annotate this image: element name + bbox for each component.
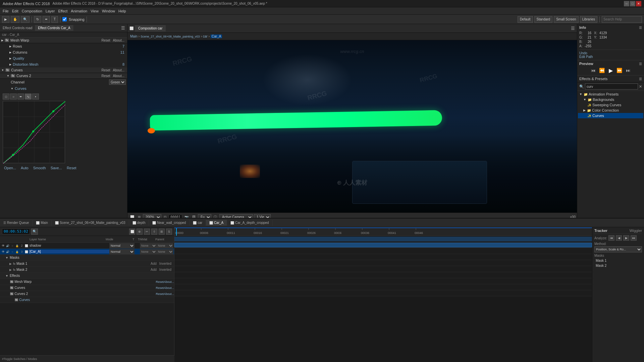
search-layer-btn[interactable]: 🔍	[31, 229, 38, 235]
menu-view[interactable]: View	[89, 8, 100, 14]
trkmat-shadow[interactable]: None	[140, 243, 157, 248]
wiggler-title[interactable]: Wiggler	[630, 229, 642, 233]
analyze-fwd-btn[interactable]: ⏭	[631, 235, 637, 241]
menu-file[interactable]: File	[1, 8, 10, 14]
trkmat-cara[interactable]: None	[140, 249, 157, 254]
vis-eye-shadow[interactable]: 👁	[2, 244, 5, 247]
mode-select-shadow[interactable]: Normal	[109, 243, 135, 248]
layer-name-cara[interactable]: [Car_A]	[29, 250, 109, 253]
tab-depth[interactable]: ⬜ depth	[129, 220, 149, 226]
layer-name-shadow[interactable]: shadow	[29, 244, 109, 247]
tl-tool-4[interactable]: ◊	[151, 229, 157, 235]
menu-animation[interactable]: Animation	[69, 8, 89, 14]
prev-frame-button[interactable]: ⏪	[599, 67, 605, 74]
tab-main[interactable]: ⬜ Main	[33, 220, 51, 226]
method-select[interactable]: Position, Scale & Ro...	[594, 246, 642, 252]
tl-tool-5[interactable]: ⊞	[159, 229, 165, 235]
breadcrumb-main[interactable]: Main	[130, 35, 138, 38]
composition-viewer[interactable]: RRCG RRCG RRCG RRCG ⊕ 人人素材 www.rrcg.cn	[127, 40, 577, 213]
tl-tool-3[interactable]: ✂	[144, 229, 150, 235]
parent-cara[interactable]: None	[157, 249, 173, 254]
tl-tool-1[interactable]: ⬜	[129, 229, 135, 235]
clear-search-button[interactable]: ✕	[639, 84, 642, 89]
effects-curves-row[interactable]: fx Curves Reset About...	[0, 285, 174, 291]
solo-shadow[interactable]: ○	[12, 244, 13, 247]
comp-panel-menu[interactable]: ☰	[571, 26, 575, 31]
tool-text[interactable]: T	[51, 16, 58, 23]
curves-reset-btn[interactable]: Reset	[65, 165, 78, 171]
graph-tool-circle[interactable]: ○	[10, 94, 17, 100]
menu-layer[interactable]: Layer	[44, 8, 56, 14]
timeline-ruler[interactable]: 00000 00006 00011 00016 00021 00026 0003…	[174, 227, 592, 236]
sweeping-curves-item[interactable]: ✨ Sweeping Curves	[578, 102, 643, 108]
tab-scene27[interactable]: ⬜ Scene_27_shot_06+08_Matte_painting_v03	[52, 220, 129, 226]
mask-1-row[interactable]: ▶ fx Mask 1 Add Inverted	[0, 261, 174, 267]
toggle-switches-text[interactable]: Toggle Switches / Modes	[4, 357, 37, 361]
next-frame-button[interactable]: ⏩	[616, 67, 623, 74]
audio-cara[interactable]: 🔊	[6, 250, 9, 253]
layer-row-car-a[interactable]: 👁 🔊 ○ 🔒 3 ⬜ [Car_A] Normal None Non	[0, 249, 174, 255]
channel-select[interactable]: Green Red Blue Alpha RGB	[109, 79, 126, 85]
skip-back-button[interactable]: ⏮	[590, 67, 597, 74]
tab-effect-controls-car[interactable]: Effect Controls Car_A	[35, 25, 73, 31]
tl-solo-btn[interactable]: S	[166, 229, 172, 235]
tool-select[interactable]: ▶	[2, 16, 9, 23]
tab-car-a[interactable]: ⬜ Car_A	[206, 220, 227, 226]
analyze-back-btn[interactable]: ⏮	[608, 235, 614, 241]
lock-cara[interactable]: 🔒	[15, 250, 19, 253]
edit-path-label[interactable]: Edit Path	[579, 55, 642, 59]
curves-smooth-btn[interactable]: Smooth	[32, 165, 47, 171]
tool-zoom[interactable]: 🔍	[21, 16, 30, 23]
search-help-input[interactable]	[602, 16, 642, 23]
skip-fwd-button[interactable]: ⏭	[625, 67, 632, 74]
tracker-mask2[interactable]: Mask 2	[594, 263, 642, 268]
play-button[interactable]: ▶	[607, 67, 614, 74]
effects-presets-menu[interactable]: ☰	[639, 77, 642, 81]
curves-sub-tri[interactable]: ▼	[11, 87, 13, 90]
snapping-checkbox[interactable]	[62, 17, 67, 21]
curves2-about[interactable]: About...	[112, 74, 126, 78]
tool-rotate[interactable]: ↻	[34, 16, 41, 23]
audio-shadow[interactable]: 🔊	[6, 244, 9, 247]
tracker-mask1[interactable]: Mask 1	[594, 258, 642, 263]
parent-shadow[interactable]: None	[157, 243, 173, 248]
mesh-reset-tl[interactable]: Reset	[156, 280, 164, 284]
solo-cara[interactable]: ○	[12, 250, 13, 253]
info-panel-menu[interactable]: ☰	[639, 26, 642, 29]
preview-panel-menu[interactable]: ☰	[639, 62, 642, 66]
curves-save-btn[interactable]: Save...	[49, 165, 63, 171]
breadcrumb-car-a[interactable]: Car_A	[211, 35, 222, 38]
mesh-about-tl[interactable]: About...	[164, 280, 174, 284]
mask-2-row[interactable]: ▶ fx Mask 2 Add Inverted	[0, 267, 174, 273]
tab-effect-controls-road[interactable]: Effect Controls road	[0, 25, 35, 31]
workspace-small-screen[interactable]: Small Screen	[554, 16, 578, 23]
undo-label[interactable]: Undo	[579, 51, 642, 55]
tool-move[interactable]: ✋	[11, 16, 19, 23]
graph-tool-curve[interactable]: ∿	[25, 94, 32, 100]
curves-about-tl[interactable]: About...	[164, 286, 174, 290]
rows-tri[interactable]: ▶	[9, 45, 11, 48]
graph-tool-pen[interactable]: ✒	[17, 94, 24, 100]
color-correction-folder[interactable]: ▶ 📁 Color Correction	[578, 108, 643, 113]
vis-eye-cara[interactable]: 👁	[2, 250, 5, 253]
backgrounds-folder[interactable]: ▼ 📁 Backgrounds	[578, 97, 643, 102]
menu-composition[interactable]: Composition	[20, 8, 44, 14]
menu-window[interactable]: Window	[101, 8, 116, 14]
tl-tool-2[interactable]: ⊕	[137, 229, 143, 235]
curves-about[interactable]: About...	[112, 68, 126, 72]
curves-reset-tl[interactable]: Reset	[156, 286, 164, 290]
curves-reset[interactable]: Reset	[100, 68, 111, 72]
mesh-warp-reset[interactable]: Reset	[100, 39, 111, 42]
breadcrumb-scene[interactable]: Scene_27_shot_06+08_Matte_painting_v03	[141, 35, 200, 38]
curves2-reset[interactable]: Reset	[100, 74, 111, 78]
tab-car-depth[interactable]: ⬜ Car_A_depth_cropped	[227, 220, 272, 226]
maximize-button[interactable]: □	[630, 1, 635, 6]
panel-menu-button[interactable]: ☰	[119, 25, 127, 31]
curves-preset-item[interactable]: ✨ Curves	[578, 113, 643, 118]
tab-render-queue[interactable]: ☰ Render Queue	[0, 220, 33, 226]
workspace-default[interactable]: Default	[518, 16, 533, 23]
menu-effect[interactable]: Effect	[57, 8, 69, 14]
curves2-triangle[interactable]: ▼	[7, 74, 9, 77]
breadcrumb-car[interactable]: car	[203, 35, 208, 38]
analyze-next-btn[interactable]: ▶	[623, 235, 629, 241]
